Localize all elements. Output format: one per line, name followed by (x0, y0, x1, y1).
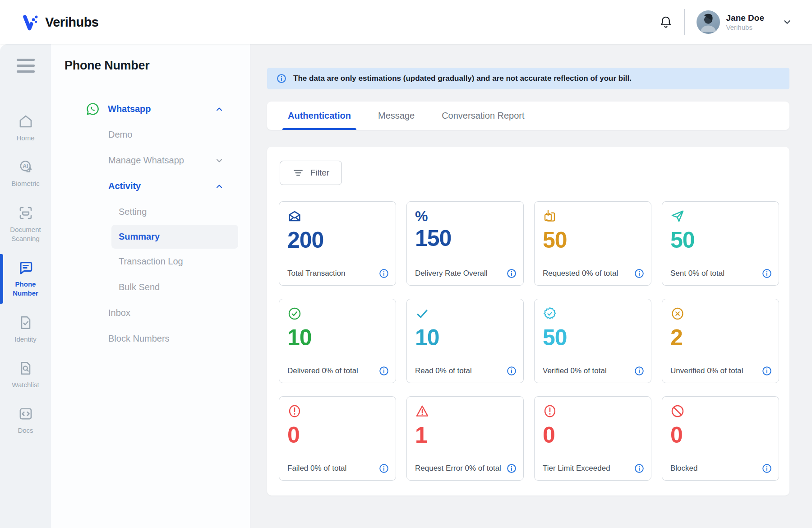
stat-value: 200 (287, 229, 388, 251)
stat-value: 0 (670, 424, 770, 446)
sidebar-item-label: Whatsapp (108, 104, 151, 114)
sidebar-item-whatsapp[interactable]: Whatsapp (51, 96, 250, 122)
stat-label: Delivered 0% of total (287, 366, 358, 375)
rail-item-phone-number[interactable]: Phone Number (0, 251, 51, 306)
rail-item-label: Watchlist (12, 380, 39, 389)
sidebar-item-summary[interactable]: Summary (111, 225, 238, 249)
info-icon (276, 73, 287, 84)
stat-value: 10 (287, 326, 388, 349)
info-icon[interactable] (378, 366, 389, 376)
identity-icon (18, 315, 34, 331)
page-title: Phone Number (65, 59, 250, 73)
stat-card-verified: 50 Verified 0% of total (534, 299, 651, 383)
tab-conversation-report[interactable]: Conversation Report (442, 102, 524, 130)
biometric-icon (18, 159, 34, 175)
rail-item-biometric[interactable]: Biometric (0, 151, 51, 196)
stat-label: Request Error 0% of total (415, 464, 501, 473)
filter-button[interactable]: Filter (280, 161, 342, 185)
info-icon[interactable] (634, 366, 645, 376)
sidebar-item-activity[interactable]: Activity (51, 173, 250, 199)
info-icon[interactable] (761, 366, 772, 376)
sidebar-item-setting[interactable]: Setting (51, 199, 250, 225)
avatar[interactable] (697, 10, 720, 34)
sidebar-item-label: Activity (108, 181, 141, 191)
top-bar: Verihubs Jane Doe Verihubs (0, 0, 812, 44)
stat-value: 50 (543, 229, 643, 251)
info-icon[interactable] (761, 268, 772, 279)
rail-item-docs[interactable]: Docs (0, 398, 51, 443)
sidebar-item-bulk-send[interactable]: Bulk Send (51, 274, 250, 300)
avatar-person-icon (697, 10, 720, 34)
sidebar-item-inbox[interactable]: Inbox (51, 300, 250, 326)
rail-item-watchlist[interactable]: Watchlist (0, 352, 51, 398)
stat-value: 1 (415, 424, 515, 446)
sidebar-item-transaction-log[interactable]: Transaction Log (51, 249, 250, 274)
info-icon[interactable] (634, 268, 645, 279)
verihubs-logo-icon (22, 14, 39, 31)
home-icon (18, 113, 34, 130)
stat-card-tier-limit: 0 Tier Limit Exceeded (534, 396, 651, 481)
stat-value: 0 (543, 424, 643, 446)
user-meta: Jane Doe Verihubs (726, 13, 764, 32)
info-icon[interactable] (378, 463, 389, 474)
chevron-up-icon[interactable] (215, 182, 224, 191)
stat-value: 10 (415, 326, 515, 349)
paper-plane-icon (670, 209, 685, 223)
app-window: Verihubs Jane Doe Verihubs Home (0, 0, 812, 528)
stat-label: Blocked (670, 464, 697, 473)
sidebar-item-label: Summary (119, 232, 160, 242)
info-icon[interactable] (634, 463, 645, 474)
envelope-open-icon (287, 209, 302, 223)
user-menu[interactable]: Jane Doe Verihubs (697, 10, 792, 34)
rail-item-identity[interactable]: Identity (0, 306, 51, 352)
sidebar-item-label: Setting (119, 207, 147, 217)
check-icon (415, 306, 429, 321)
tab-message[interactable]: Message (378, 102, 415, 130)
stat-label: Total Transaction (287, 269, 346, 278)
badge-check-icon (543, 306, 557, 321)
info-icon[interactable] (506, 268, 517, 279)
nav-rail-items: Home Biometric Document Scanning Phone N… (0, 105, 51, 443)
phone-number-icon (18, 259, 34, 276)
sidebar-item-demo[interactable]: Demo (51, 122, 250, 148)
slash-circle-icon (670, 404, 685, 418)
brand-name: Verihubs (45, 15, 99, 30)
rail-item-label: Document Scanning (2, 225, 49, 244)
tab-bar: Authentication Message Conversation Repo… (267, 102, 789, 130)
filter-label: Filter (310, 168, 329, 178)
exclamation-triangle-icon (415, 404, 429, 418)
exclamation-circle-icon (543, 404, 557, 418)
sidebar-item-manage-whatsapp[interactable]: Manage Whatsapp (51, 148, 250, 173)
stat-card-delivered: 10 Delivered 0% of total (279, 299, 396, 383)
rail-item-home[interactable]: Home (0, 105, 51, 151)
info-icon[interactable] (761, 463, 772, 474)
stat-label: Delivery Rate Overall (415, 269, 488, 278)
chevron-up-icon[interactable] (215, 105, 224, 114)
stat-card-unverified: 2 Unverified 0% of total (662, 299, 779, 383)
tab-authentication[interactable]: Authentication (288, 102, 351, 130)
bell-icon[interactable] (659, 15, 673, 29)
stat-label: Sent 0% of total (670, 269, 724, 278)
stats-grid: 200 Total Transaction % 150 Delivery Rat… (279, 201, 779, 481)
info-icon[interactable] (506, 366, 517, 376)
rail-item-document-scanning[interactable]: Document Scanning (0, 197, 51, 252)
stat-card-sent: 50 Sent 0% of total (662, 201, 779, 286)
exclamation-circle-icon (287, 404, 302, 418)
sidebar-item-label: Block Numbers (108, 333, 170, 344)
info-icon[interactable] (506, 463, 517, 474)
main-content: The data are only estimations (updated g… (250, 44, 812, 528)
stat-label: Verified 0% of total (543, 366, 607, 375)
sidebar: Phone Number Whatsapp Demo Manage Whatsa… (51, 44, 250, 528)
menu-icon[interactable] (17, 59, 35, 73)
stat-value: 50 (543, 326, 643, 349)
stat-value: 2 (670, 326, 770, 349)
info-icon[interactable] (378, 268, 389, 279)
brand: Verihubs (22, 14, 99, 31)
chevron-down-icon[interactable] (215, 156, 224, 165)
document-scanning-icon (18, 205, 34, 221)
user-name: Jane Doe (726, 13, 764, 23)
stat-label: Unverified 0% of total (670, 366, 743, 375)
sidebar-item-label: Transaction Log (119, 256, 183, 267)
chevron-down-icon[interactable] (782, 17, 792, 27)
sidebar-item-block-numbers[interactable]: Block Numbers (51, 326, 250, 352)
